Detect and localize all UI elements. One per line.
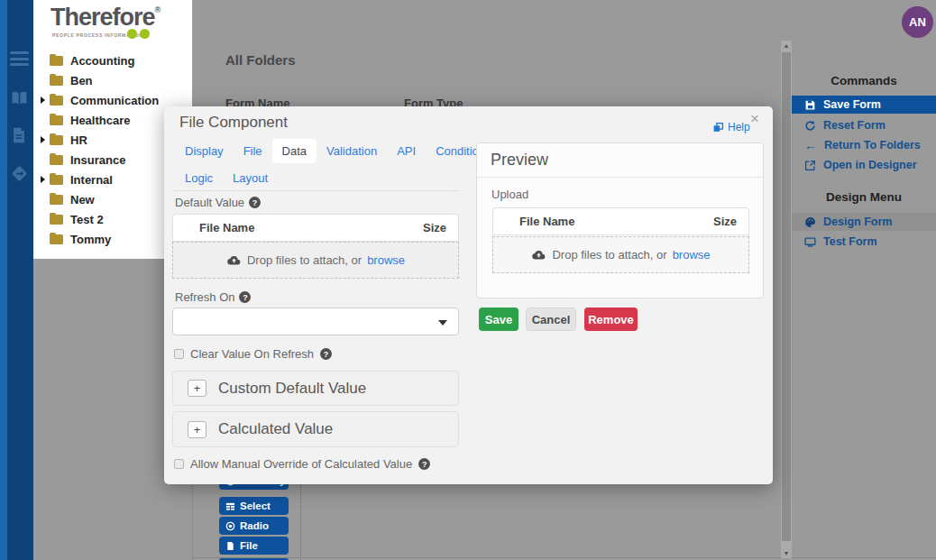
scroll-down-arrow-icon[interactable]: ▼ <box>781 550 792 556</box>
command-open-in-designer[interactable]: Open in Designer <box>792 156 936 174</box>
command-design-form[interactable]: Design Form <box>792 213 936 231</box>
help-question-icon[interactable]: ? <box>320 348 332 360</box>
size-column-header: Size <box>423 221 446 234</box>
scroll-up-arrow-icon[interactable]: ▲ <box>781 42 792 49</box>
help-question-icon[interactable]: ? <box>249 197 261 208</box>
reset-refresh-icon <box>804 120 816 132</box>
vertical-scrollbar[interactable]: ▲ ▼ <box>781 41 792 558</box>
library-book-icon[interactable] <box>10 89 29 108</box>
command-label: Return To Folders <box>824 139 921 151</box>
logo-green-dot <box>140 29 150 39</box>
save-floppy-icon <box>804 99 816 111</box>
scrollbar-thumb[interactable] <box>782 52 791 541</box>
cloud-upload-icon <box>531 247 546 262</box>
tab-data[interactable]: Data <box>272 139 317 163</box>
radio-icon <box>225 521 235 531</box>
expand-plus-icon[interactable]: + <box>188 421 206 438</box>
palette-button-radio[interactable]: Radio <box>219 517 289 535</box>
folder-icon <box>50 195 63 205</box>
palette-button-file[interactable]: File <box>219 537 289 555</box>
chevron-down-icon <box>438 320 447 326</box>
hamburger-menu-icon[interactable] <box>10 51 29 70</box>
close-icon[interactable]: × <box>750 110 759 128</box>
designer-canvas-border <box>300 484 301 560</box>
commands-heading: Commands <box>792 74 936 87</box>
help-question-icon[interactable]: ? <box>239 291 251 303</box>
command-return-to-folders[interactable]: ← Return To Folders <box>792 136 936 154</box>
command-save-form[interactable]: Save Form <box>792 96 936 114</box>
logo-brand-text: Therefore <box>50 4 155 31</box>
page-title: All Folders <box>225 52 296 68</box>
help-window-icon <box>712 122 724 133</box>
folder-icon <box>50 175 63 185</box>
app-icon-sidebar <box>0 0 33 560</box>
palette-button-label: Radio <box>240 520 269 531</box>
file-name-column-header: File Name <box>519 215 574 228</box>
refresh-on-label: Refresh On ? <box>175 290 251 304</box>
palette-icon <box>804 216 816 228</box>
tab-file[interactable]: File <box>234 139 272 163</box>
folder-label: Accounting <box>70 54 135 68</box>
tab-logic[interactable]: Logic <box>175 166 223 190</box>
help-label: Help <box>728 121 750 133</box>
command-reset-form[interactable]: Reset Form <box>792 116 936 134</box>
default-value-dropzone[interactable]: Drop files to attach, or browse <box>172 242 459 279</box>
browse-link[interactable]: browse <box>673 248 711 262</box>
folder-icon <box>50 96 63 106</box>
open-external-icon <box>804 160 816 171</box>
command-label: Reset Form <box>823 119 886 132</box>
expand-arrow-icon[interactable] <box>41 96 45 104</box>
command-test-form[interactable]: Test Form <box>792 233 936 251</box>
palette-button-select[interactable]: Select <box>219 497 289 515</box>
cloud-upload-icon <box>226 252 242 268</box>
expand-plus-icon[interactable]: + <box>188 380 206 397</box>
preview-dropzone[interactable]: Drop files to attach, or browse <box>492 236 749 273</box>
therefore-logo: Therefore® PEOPLE PROCESS INFORMATION <box>33 0 192 47</box>
workflow-diamond-icon[interactable] <box>10 164 29 183</box>
default-value-file-table: File Name Size <box>172 214 459 242</box>
folder-row-ben[interactable]: Ben <box>33 70 192 90</box>
browse-link[interactable]: browse <box>367 253 405 267</box>
preview-title: Preview <box>491 151 548 170</box>
tab-layout[interactable]: Layout <box>223 166 278 190</box>
clear-value-label: Clear Value On Refresh <box>190 347 314 361</box>
user-avatar[interactable]: AN <box>902 6 933 38</box>
refresh-on-select[interactable] <box>172 308 459 335</box>
palette-button-label: File <box>240 540 258 551</box>
default-value-label: Default Value ? <box>175 196 261 209</box>
folder-label: Ben <box>70 74 93 87</box>
folder-icon <box>50 215 63 225</box>
tabs-divider <box>172 190 459 191</box>
folder-icon <box>50 56 63 66</box>
clear-value-checkbox[interactable] <box>174 349 184 359</box>
document-icon[interactable] <box>10 126 29 145</box>
command-label: Save Form <box>823 98 881 111</box>
expand-arrow-icon[interactable] <box>41 176 45 183</box>
expand-arrow-icon[interactable] <box>41 136 45 143</box>
calculated-value-expander[interactable]: + Calculated Value <box>172 411 459 447</box>
help-link[interactable]: Help <box>712 121 750 133</box>
cancel-button[interactable]: Cancel <box>526 308 576 331</box>
override-checkbox[interactable] <box>174 459 184 469</box>
help-question-icon[interactable]: ? <box>418 458 430 470</box>
folder-label: Internal <box>70 173 113 187</box>
folder-icon <box>50 234 63 244</box>
expander-title: Calculated Value <box>218 420 333 438</box>
tab-validation[interactable]: Validation <box>317 139 387 163</box>
select-grid-icon <box>225 501 235 511</box>
file-component-dialog: File Component × Help Display File Data … <box>164 106 773 484</box>
dialog-title: File Component <box>179 114 288 132</box>
command-label: Design Form <box>823 216 892 228</box>
save-button[interactable]: Save <box>479 308 518 331</box>
folder-label: Test 2 <box>70 213 104 226</box>
tab-display[interactable]: Display <box>175 139 234 163</box>
file-icon <box>225 541 235 551</box>
remove-button[interactable]: Remove <box>584 308 638 331</box>
dropzone-text: Drop files to attach, or <box>552 248 666 262</box>
folder-row-accounting[interactable]: Accounting <box>33 50 192 70</box>
tab-api[interactable]: API <box>387 139 426 163</box>
folder-label: Healthcare <box>70 114 130 127</box>
custom-default-value-expander[interactable]: + Custom Default Value <box>172 371 459 406</box>
preview-header: Preview <box>477 143 763 178</box>
folder-label: HR <box>70 133 87 147</box>
